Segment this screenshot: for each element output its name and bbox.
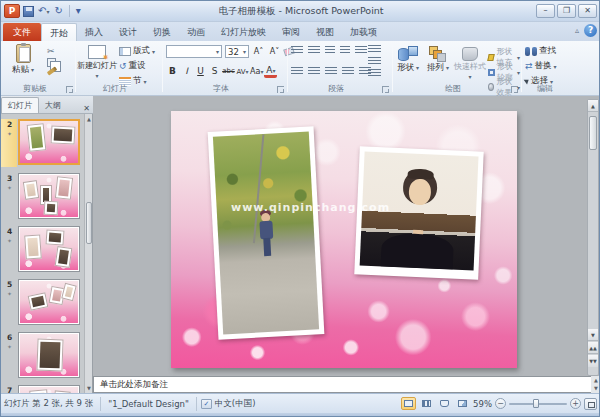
group-label-clipboard: 剪贴板 [3,83,67,94]
reset-button[interactable]: ↺重设 [119,60,146,72]
language-indicator[interactable]: 中文(中国) [212,398,259,410]
shapes-button[interactable]: 形状 ▾ [394,43,422,85]
text-shadow-button[interactable]: S [208,65,221,78]
slide-thumbnail-5[interactable]: 5 ✦ [1,279,85,327]
align-center-icon[interactable] [308,67,320,76]
font-dialog-launcher[interactable] [277,86,284,93]
zoom-slider-thumb[interactable] [533,399,539,408]
next-slide-button[interactable]: ▼▼ [588,355,598,367]
tab-view[interactable]: 视图 [308,23,342,41]
panel-tab-slides[interactable]: 幻灯片 [1,97,39,113]
panel-tab-outline[interactable]: 大纲 [39,98,67,113]
strikethrough-button[interactable]: abc [222,65,235,78]
group-slides: 新建幻灯片 ▾ 版式▾ ↺重设 节▾ 幻灯片 [77,41,161,95]
zoom-percentage[interactable]: 59% [473,399,492,409]
close-button[interactable]: ✕ [578,4,597,18]
character-spacing-button[interactable]: AV▾ [236,65,249,78]
align-text-icon[interactable] [368,57,381,66]
notes-pane[interactable]: 单击此处添加备注 [93,376,600,393]
panel-scroll-thumb[interactable] [86,202,92,244]
slide-sorter-view-button[interactable] [419,397,434,410]
change-case-button[interactable]: Aa▾ [250,65,263,78]
shrink-font-button[interactable]: A˅ [268,45,281,58]
slide-thumbnail-6[interactable]: 6 ✦ [1,332,85,380]
spell-check-icon[interactable]: ✓ [201,399,212,409]
find-button[interactable]: 查找 [525,45,556,57]
align-right-icon[interactable] [325,67,337,76]
font-color-button[interactable]: A▾ [264,65,277,78]
bold-button[interactable]: B [166,65,179,78]
shape-fill-icon [487,54,495,61]
arrange-button[interactable]: 排列 ▾ [424,43,452,85]
previous-slide-button[interactable]: ▲▲ [588,342,598,354]
theme-name[interactable]: "1_Default Design" [105,399,192,409]
paste-button[interactable]: 粘贴 ▾ [5,43,41,85]
tab-animations[interactable]: 动画 [179,23,213,41]
cut-icon[interactable]: ✂ [47,46,57,56]
quick-styles-button[interactable]: 快速样式 ▾ [454,43,486,85]
zoom-out-button[interactable]: − [495,398,506,409]
fit-to-window-button[interactable] [584,398,597,410]
slideshow-view-button[interactable] [455,397,470,410]
scroll-thumb[interactable] [589,116,597,150]
tab-file[interactable]: 文件 [3,23,41,41]
grow-font-button[interactable]: A˄ [252,45,265,58]
justify-icon[interactable] [342,67,354,76]
slide-thumbnail-2[interactable]: 2 ✦ [1,119,85,167]
minimize-button[interactable]: – [536,4,555,18]
replace-button[interactable]: ⇄替换▾ [525,60,557,72]
help-icon[interactable]: ? [584,24,597,37]
scroll-down-icon[interactable]: ▼ [588,329,598,341]
slide-canvas[interactable]: www.qinpinchang.com [171,111,517,368]
font-name-combo[interactable]: ▾ [166,45,222,58]
reading-view-button[interactable] [437,397,452,410]
tab-addins[interactable]: 加载项 [342,23,385,41]
normal-view-button[interactable] [401,397,416,410]
new-slide-button[interactable]: 新建幻灯片 ▾ [77,43,117,85]
paragraph-dialog-launcher[interactable] [382,86,389,93]
zoom-slider[interactable] [509,398,567,409]
clipboard-dialog-launcher[interactable] [66,86,73,93]
text-direction-icon[interactable] [368,45,381,54]
zoom-in-button[interactable]: + [570,398,581,409]
slide-thumbnail-7[interactable]: 7 ✦ [1,385,85,393]
group-label-editing: 编辑 [523,83,567,94]
tab-slideshow[interactable]: 幻灯片放映 [213,23,274,41]
panel-scroll-up-icon[interactable]: ▲ [85,114,93,124]
restore-button[interactable]: ❐ [557,4,576,18]
tab-review[interactable]: 审阅 [274,23,308,41]
collapse-ribbon-icon[interactable]: ▵ [575,26,579,35]
drawing-dialog-launcher[interactable] [511,86,518,93]
tab-transitions[interactable]: 切换 [145,23,179,41]
quick-styles-icon [462,47,478,61]
photo-left[interactable] [208,126,325,339]
tab-insert[interactable]: 插入 [77,23,111,41]
decrease-indent-icon[interactable] [325,46,335,55]
italic-button[interactable]: I [180,65,193,78]
reset-icon: ↺ [119,62,127,71]
scroll-up-icon[interactable]: ▲ [588,100,598,112]
bullets-icon[interactable] [291,46,303,55]
slides-panel: 幻灯片 大纲 ✕ 2 ✦ 3 ✦ [1,96,93,393]
numbering-icon[interactable] [308,46,320,55]
tab-home[interactable]: 开始 [41,23,77,41]
line-spacing-icon[interactable] [355,46,367,55]
window-bottom-edge [1,413,600,417]
panel-scrollbar[interactable]: ▲ ▼ [84,114,92,393]
panel-scroll-down-icon[interactable]: ▼ [85,383,93,393]
align-left-icon[interactable] [291,67,303,76]
panel-close-icon[interactable]: ✕ [83,104,90,113]
underline-button[interactable]: U [194,65,207,78]
increase-indent-icon[interactable] [340,46,350,55]
slide-thumbnail-4[interactable]: 4 ✦ [1,226,85,274]
convert-smartart-icon[interactable] [368,69,381,78]
find-icon [525,47,537,56]
slide-thumbnail-list: 2 ✦ 3 ✦ [1,114,85,393]
notes-scrollbar[interactable]: ▲▼ [591,376,600,393]
editor-scrollbar[interactable]: ▲ ▼ ▲▲ ▼▼ [587,99,599,376]
layout-button[interactable]: 版式▾ [119,45,155,57]
group-label-slides: 幻灯片 [77,83,153,94]
slide-thumbnail-3[interactable]: 3 ✦ [1,173,85,221]
font-size-combo[interactable]: 32▾ [225,45,249,58]
tab-design[interactable]: 设计 [111,23,145,41]
